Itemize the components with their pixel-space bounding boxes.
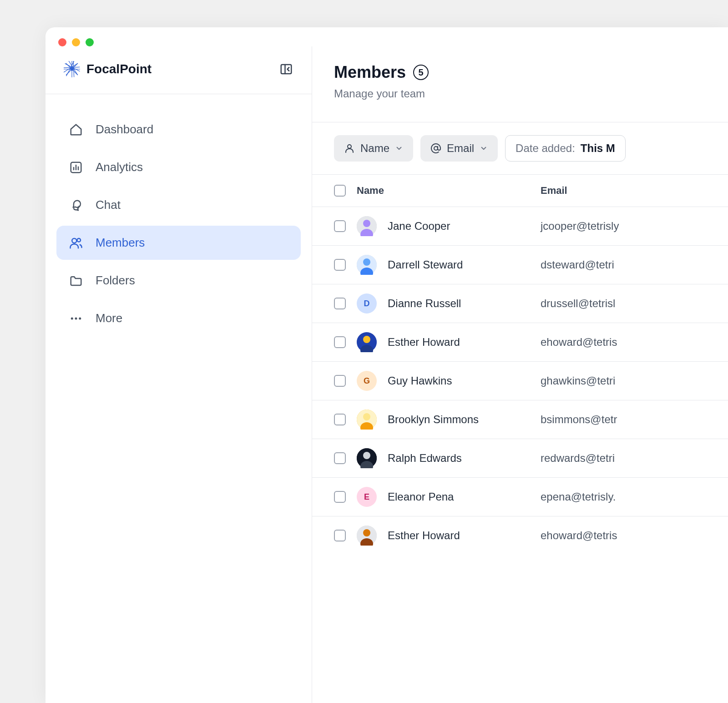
sidebar: FocalPoint Dashboard bbox=[46, 46, 312, 703]
table-row[interactable]: Ralph Edwardsredwards@tetri bbox=[312, 439, 728, 477]
select-all-checkbox[interactable] bbox=[334, 185, 346, 197]
table-row[interactable]: GGuy Hawkinsghawkins@tetri bbox=[312, 361, 728, 400]
sidebar-item-analytics[interactable]: Analytics bbox=[56, 150, 301, 184]
folder-icon bbox=[69, 274, 83, 288]
svg-point-20 bbox=[75, 317, 77, 319]
member-email: ehoward@tetris bbox=[541, 529, 706, 542]
table-row[interactable]: EEleanor Penaepena@tetrisly. bbox=[312, 477, 728, 516]
analytics-icon bbox=[69, 161, 83, 174]
sidebar-item-label: Dashboard bbox=[96, 122, 153, 137]
member-name-cell: Jane Cooper bbox=[357, 216, 530, 236]
maximize-window-button[interactable] bbox=[86, 38, 94, 46]
filter-date-value: This M bbox=[581, 142, 615, 155]
sidebar-item-label: Folders bbox=[96, 273, 135, 288]
avatar: E bbox=[357, 487, 377, 507]
sidebar-nav: Dashboard Analytics Chat bbox=[46, 94, 312, 357]
avatar: D bbox=[357, 293, 377, 314]
member-name-cell: Esther Howard bbox=[357, 526, 530, 546]
row-checkbox[interactable] bbox=[334, 414, 346, 425]
filter-date-added[interactable]: Date added: This M bbox=[505, 135, 626, 162]
sidebar-item-chat[interactable]: Chat bbox=[56, 188, 301, 222]
member-name: Brooklyn Simmons bbox=[388, 413, 479, 426]
at-icon bbox=[430, 143, 441, 154]
column-header-name[interactable]: Name bbox=[357, 185, 530, 197]
table-row[interactable]: Esther Howardehoward@tetris bbox=[312, 323, 728, 361]
svg-point-34 bbox=[363, 413, 370, 420]
member-email: bsimmons@tetr bbox=[541, 413, 706, 426]
member-name: Jane Cooper bbox=[388, 220, 450, 233]
member-name-cell: Ralph Edwards bbox=[357, 448, 530, 468]
collapse-sidebar-button[interactable] bbox=[279, 62, 293, 76]
member-email: dsteward@tetri bbox=[541, 258, 706, 271]
filter-email-label: Email bbox=[447, 142, 474, 155]
member-name: Esther Howard bbox=[388, 529, 460, 542]
page-title: Members bbox=[334, 63, 406, 82]
member-name: Guy Hawkins bbox=[388, 374, 452, 387]
row-checkbox[interactable] bbox=[334, 298, 346, 309]
sidebar-item-members[interactable]: Members bbox=[56, 226, 301, 260]
row-checkbox[interactable] bbox=[334, 259, 346, 271]
filter-email[interactable]: Email bbox=[420, 135, 498, 162]
svg-point-25 bbox=[363, 220, 370, 227]
table-row[interactable]: Darrell Stewarddsteward@tetri bbox=[312, 245, 728, 284]
svg-point-23 bbox=[434, 147, 438, 150]
sidebar-item-dashboard[interactable]: Dashboard bbox=[56, 112, 301, 147]
column-header-email[interactable]: Email bbox=[541, 185, 706, 197]
members-table: Name Email Jane Cooperjcooper@tetrislyDa… bbox=[312, 174, 728, 555]
svg-point-40 bbox=[363, 529, 370, 536]
member-name-cell: GGuy Hawkins bbox=[357, 371, 530, 391]
chat-icon bbox=[69, 198, 83, 212]
row-checkbox[interactable] bbox=[334, 336, 346, 348]
page-subtitle: Manage your team bbox=[334, 87, 706, 100]
member-name-cell: Darrell Steward bbox=[357, 255, 530, 275]
sidebar-item-label: Chat bbox=[96, 198, 121, 212]
member-name-cell: DDianne Russell bbox=[357, 293, 530, 314]
svg-point-19 bbox=[71, 317, 73, 319]
member-name: Esther Howard bbox=[388, 336, 460, 349]
table-row[interactable]: Brooklyn Simmonsbsimmons@tetr bbox=[312, 400, 728, 439]
sidebar-item-more[interactable]: More bbox=[56, 301, 301, 335]
chevron-down-icon bbox=[480, 144, 488, 152]
sidebar-item-folders[interactable]: Folders bbox=[56, 263, 301, 298]
member-count-badge: 5 bbox=[413, 65, 429, 80]
filter-name[interactable]: Name bbox=[334, 135, 413, 162]
avatar bbox=[357, 526, 377, 546]
table-row[interactable]: Jane Cooperjcooper@tetrisly bbox=[312, 207, 728, 245]
row-checkbox[interactable] bbox=[334, 220, 346, 232]
collapse-icon bbox=[279, 62, 293, 76]
member-name: Darrell Steward bbox=[388, 258, 463, 271]
svg-rect-11 bbox=[281, 65, 292, 74]
svg-point-18 bbox=[77, 238, 81, 242]
member-name: Eleanor Pena bbox=[388, 491, 454, 503]
filter-name-label: Name bbox=[360, 142, 389, 155]
member-name: Ralph Edwards bbox=[388, 452, 462, 465]
filter-date-label: Date added: bbox=[516, 142, 575, 155]
brand-logo-icon bbox=[64, 61, 80, 77]
member-email: jcooper@tetrisly bbox=[541, 220, 706, 233]
row-checkbox[interactable] bbox=[334, 530, 346, 541]
sidebar-item-label: More bbox=[96, 311, 122, 325]
table-row[interactable]: Esther Howardehoward@tetris bbox=[312, 516, 728, 555]
brand-name: FocalPoint bbox=[86, 62, 152, 76]
row-checkbox[interactable] bbox=[334, 491, 346, 503]
table-row[interactable]: DDianne Russelldrussell@tetrisl bbox=[312, 284, 728, 323]
chevron-down-icon bbox=[395, 144, 403, 152]
row-checkbox[interactable] bbox=[334, 452, 346, 464]
page-header: Members 5 Manage your team bbox=[334, 63, 728, 100]
close-window-button[interactable] bbox=[58, 38, 66, 46]
home-icon bbox=[69, 123, 83, 137]
app-window: FocalPoint Dashboard bbox=[46, 27, 728, 703]
main-content: Members 5 Manage your team Name Email D bbox=[312, 46, 728, 703]
avatar bbox=[357, 216, 377, 236]
member-email: drussell@tetrisl bbox=[541, 297, 706, 310]
member-name: Dianne Russell bbox=[388, 297, 461, 310]
row-checkbox[interactable] bbox=[334, 375, 346, 387]
svg-point-31 bbox=[363, 336, 370, 343]
sidebar-item-label: Analytics bbox=[96, 160, 143, 174]
avatar bbox=[357, 332, 377, 352]
member-email: epena@tetrisly. bbox=[541, 491, 706, 503]
svg-point-37 bbox=[363, 452, 370, 459]
minimize-window-button[interactable] bbox=[72, 38, 80, 46]
svg-point-28 bbox=[363, 258, 370, 266]
sidebar-item-label: Members bbox=[96, 236, 145, 250]
